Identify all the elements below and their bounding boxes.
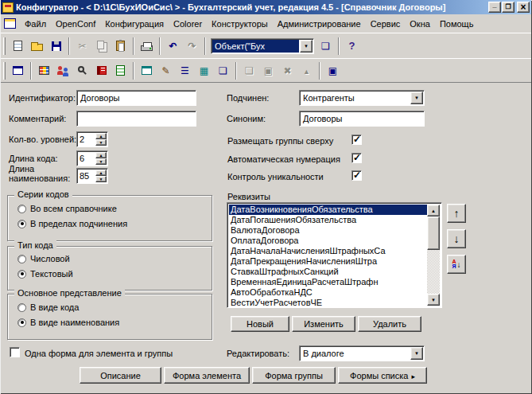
spin-down-button[interactable] bbox=[95, 176, 107, 182]
code-length-spinner[interactable]: 6 bbox=[76, 150, 108, 166]
menu-item-service[interactable]: Сервис bbox=[366, 17, 406, 31]
new-file-button[interactable] bbox=[9, 37, 27, 55]
global-search-button[interactable] bbox=[73, 62, 91, 80]
list-form-button[interactable] bbox=[176, 62, 194, 80]
journals-button[interactable] bbox=[92, 62, 111, 80]
open-module-button[interactable] bbox=[316, 37, 335, 55]
list-item[interactable]: ДатаВозникновенияОбязательства bbox=[229, 205, 427, 215]
auto-numbering-checkbox[interactable] bbox=[351, 153, 362, 163]
restore-button[interactable] bbox=[502, 2, 515, 13]
list-item[interactable]: ДатаПрекращенияНачисленияШтра bbox=[229, 256, 427, 267]
menu-item-colorer[interactable]: Colorer bbox=[169, 17, 207, 31]
attribute-new-button[interactable]: Новый bbox=[231, 316, 289, 332]
close-button[interactable] bbox=[517, 2, 530, 13]
menu-item-file[interactable]: Файл bbox=[20, 17, 51, 31]
attribute-delete-button[interactable]: Удалить bbox=[358, 316, 421, 332]
synonym-input[interactable]: Договоры bbox=[299, 111, 425, 127]
menu-item-windows[interactable]: Окна bbox=[405, 17, 435, 31]
table-button[interactable] bbox=[195, 62, 213, 80]
minimize-button[interactable] bbox=[488, 2, 501, 13]
view-as-code-radio[interactable] bbox=[17, 303, 26, 312]
scroll-thumb[interactable] bbox=[427, 217, 440, 250]
chevron-down-icon[interactable] bbox=[300, 40, 313, 53]
code-type-numeric-radio[interactable] bbox=[17, 255, 26, 263]
radio-row[interactable]: Во всем справочнике bbox=[17, 204, 117, 213]
menu-item-openconf[interactable]: OpenConf bbox=[51, 17, 100, 31]
attribute-move-up-button[interactable]: ↑ bbox=[447, 204, 466, 223]
code-series-all-radio[interactable] bbox=[17, 205, 26, 213]
attribute-move-down-button[interactable]: ↓ bbox=[447, 229, 466, 248]
object-search-combobox[interactable]: Объект("Бух bbox=[211, 38, 314, 54]
groups-on-top-checkbox[interactable] bbox=[351, 135, 362, 145]
parent-combobox[interactable]: Контрагенты bbox=[299, 90, 425, 106]
radio-row[interactable]: В виде наименования bbox=[17, 318, 119, 327]
toolbar-grip[interactable] bbox=[3, 62, 6, 80]
constants-button[interactable] bbox=[35, 62, 53, 80]
open-file-button[interactable] bbox=[28, 37, 46, 55]
spin-up-button[interactable] bbox=[95, 152, 107, 158]
edit-form-button[interactable] bbox=[157, 62, 175, 80]
copy-button[interactable] bbox=[92, 37, 111, 55]
spin-up-button[interactable] bbox=[95, 170, 107, 176]
levels-spinner[interactable]: 2 bbox=[76, 131, 108, 147]
cut-button[interactable] bbox=[73, 37, 91, 55]
spin-down-button[interactable] bbox=[95, 158, 107, 165]
element-form-button[interactable]: Форма элемента bbox=[164, 367, 250, 384]
list-item[interactable]: ВременнаяЕдиницаРасчетаШтрафн bbox=[229, 277, 427, 287]
comment-input[interactable] bbox=[76, 111, 196, 127]
name-length-spinner[interactable]: 85 bbox=[76, 168, 108, 184]
child-window-system-icon[interactable] bbox=[4, 18, 16, 29]
list-item[interactable]: ДатаНачалаНачисленияШтрафныхСа bbox=[229, 246, 427, 256]
list-item[interactable]: АвтоОбработкаНДС bbox=[229, 287, 427, 298]
chevron-down-icon[interactable] bbox=[410, 347, 423, 360]
delete-object-button[interactable] bbox=[278, 62, 297, 80]
list-item[interactable]: СтавкаШтрафныхСанкций bbox=[229, 267, 427, 277]
documents-button[interactable] bbox=[111, 62, 130, 80]
catalogs-button[interactable] bbox=[54, 62, 72, 80]
code-series-subordinate-radio[interactable] bbox=[17, 220, 26, 228]
toolbar-grip[interactable] bbox=[3, 37, 6, 55]
chevron-down-icon[interactable] bbox=[410, 92, 423, 104]
dialog-form-button[interactable] bbox=[138, 62, 156, 80]
code-type-text-radio[interactable] bbox=[17, 270, 26, 279]
list-item[interactable]: ВестиУчетРасчетовЧЕ bbox=[229, 298, 427, 306]
copy-object-button[interactable] bbox=[259, 62, 278, 80]
print-button[interactable] bbox=[138, 37, 156, 55]
list-item[interactable]: ДатаПогашенияОбязательства bbox=[229, 215, 427, 225]
identifier-input[interactable]: Договоры bbox=[76, 90, 196, 106]
new-object-button[interactable] bbox=[240, 62, 258, 80]
list-item[interactable]: ОплатаДоговора bbox=[229, 236, 427, 246]
uniqueness-checkbox[interactable] bbox=[351, 170, 362, 181]
attribute-sort-button[interactable] bbox=[447, 255, 466, 274]
list-item[interactable]: ВалютаДоговора bbox=[229, 225, 427, 236]
radio-row[interactable]: Числовой bbox=[17, 254, 70, 263]
move-object-button[interactable] bbox=[297, 62, 316, 80]
scroll-down-button[interactable] bbox=[427, 294, 440, 306]
attributes-listbox[interactable]: ДатаВозникновенияОбязательства ДатаПогаш… bbox=[227, 202, 442, 308]
help-button[interactable] bbox=[343, 37, 361, 55]
spin-up-button[interactable] bbox=[95, 133, 107, 139]
attribute-edit-button[interactable]: Изменить bbox=[292, 316, 355, 332]
menu-item-constructors[interactable]: Конструкторы bbox=[207, 17, 273, 31]
menu-item-configuration[interactable]: Конфигурация bbox=[100, 17, 169, 31]
menu-item-administration[interactable]: Администрирование bbox=[273, 17, 366, 31]
single-form-checkbox[interactable] bbox=[10, 347, 20, 357]
menu-item-help[interactable]: Помощь bbox=[435, 17, 479, 31]
spin-down-button[interactable] bbox=[95, 139, 107, 146]
description-button[interactable]: Описание bbox=[80, 367, 161, 384]
edit-mode-combobox[interactable]: В диалоге bbox=[299, 345, 425, 361]
radio-row[interactable]: В виде кода bbox=[17, 302, 79, 312]
radio-row[interactable]: Текстовый bbox=[17, 269, 73, 279]
scroll-up-button[interactable] bbox=[427, 205, 440, 217]
undo-button[interactable] bbox=[164, 37, 182, 55]
listbox-scrollbar[interactable] bbox=[427, 205, 440, 306]
properties-button[interactable] bbox=[324, 62, 342, 80]
window-list-button[interactable] bbox=[9, 62, 27, 80]
module-button[interactable] bbox=[214, 62, 232, 80]
group-form-button[interactable]: Форма группы bbox=[252, 367, 336, 384]
radio-row[interactable]: В пределах подчинения bbox=[17, 219, 127, 228]
save-button[interactable] bbox=[47, 37, 65, 55]
list-forms-button[interactable]: Формы списка bbox=[338, 367, 427, 384]
paste-button[interactable] bbox=[111, 37, 130, 55]
view-as-name-radio[interactable] bbox=[17, 318, 26, 327]
